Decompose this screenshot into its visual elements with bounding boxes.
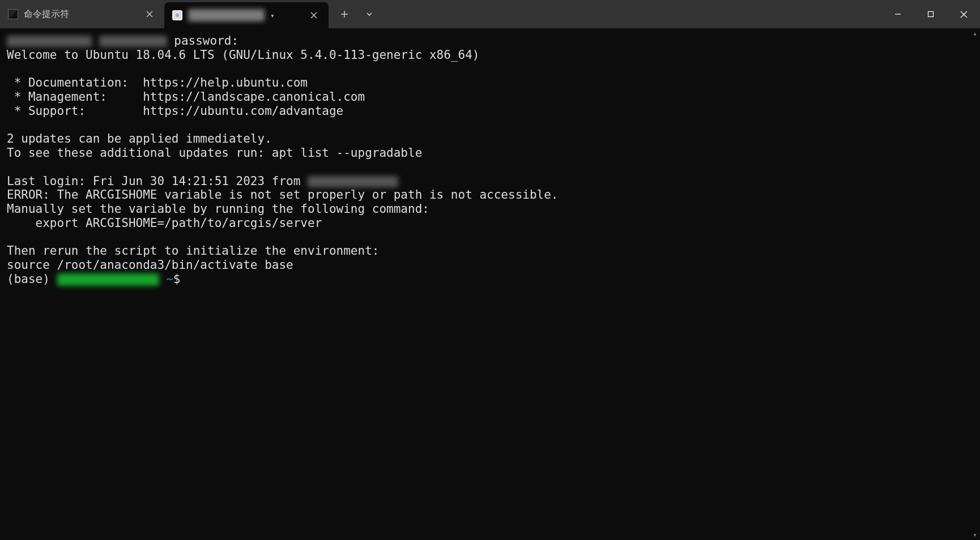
updates-line-2: To see these additional updates run: apt… [7,146,422,160]
tab-modified-indicator: ▾ [270,11,275,20]
doc-line: * Documentation: https://help.ubuntu.com [7,76,308,89]
redacted-text [7,36,92,47]
password-prompt: password: [167,34,238,48]
prompt-dollar: $ [173,272,188,286]
support-line: * Support: https://ubuntu.com/advantage [7,104,343,118]
terminal-content[interactable]: password: Welcome to Ubuntu 18.04.6 LTS … [0,28,980,540]
tabs-container: 命令提示符 ▾ [0,0,881,28]
rerun-line: Then rerun the script to initialize the … [7,244,379,258]
prompt-env: (base) [7,272,57,286]
scroll-down-icon[interactable]: ▾ [970,530,980,540]
new-tab-button[interactable] [333,3,356,25]
last-login-line: Last login: Fri Jun 30 14:21:51 2023 fro… [7,174,308,188]
redacted-user-host [57,273,159,286]
window-controls [881,0,980,28]
close-icon[interactable] [307,8,321,22]
maximize-button[interactable] [914,0,947,28]
svg-rect-0 [928,12,934,17]
titlebar: 命令提示符 ▾ [0,0,980,28]
close-icon[interactable] [143,7,156,21]
tab-label: 命令提示符 [24,8,137,20]
close-button[interactable] [947,0,980,28]
manual-line: Manually set the variable by running the… [7,202,429,216]
minimize-button[interactable] [881,0,914,28]
tab-bash[interactable]: ▾ [164,2,329,28]
redacted-ip [308,176,398,187]
tab-dropdown-button[interactable] [358,3,381,25]
cmd-icon [8,9,18,19]
source-line: source /root/anaconda3/bin/activate base [7,258,293,272]
welcome-line: Welcome to Ubuntu 18.04.6 LTS (GNU/Linux… [7,48,479,62]
error-line: ERROR: The ARCGISHOME variable is not se… [7,188,559,202]
bash-icon [172,10,182,20]
prompt-tilde: ~ [166,272,173,286]
scroll-up-icon[interactable]: ▴ [970,28,980,38]
updates-line-1: 2 updates can be applied immediately. [7,132,272,145]
export-line: export ARCGISHOME=/path/to/arcgis/server [7,216,322,230]
tab-cmd[interactable]: 命令提示符 [0,0,164,28]
mgmt-line: * Management: https://landscape.canonica… [7,90,365,104]
scrollbar[interactable]: ▴ ▾ [970,28,980,540]
tab-label-redacted [188,9,265,22]
tab-actions [329,0,385,28]
redacted-text [99,36,167,47]
